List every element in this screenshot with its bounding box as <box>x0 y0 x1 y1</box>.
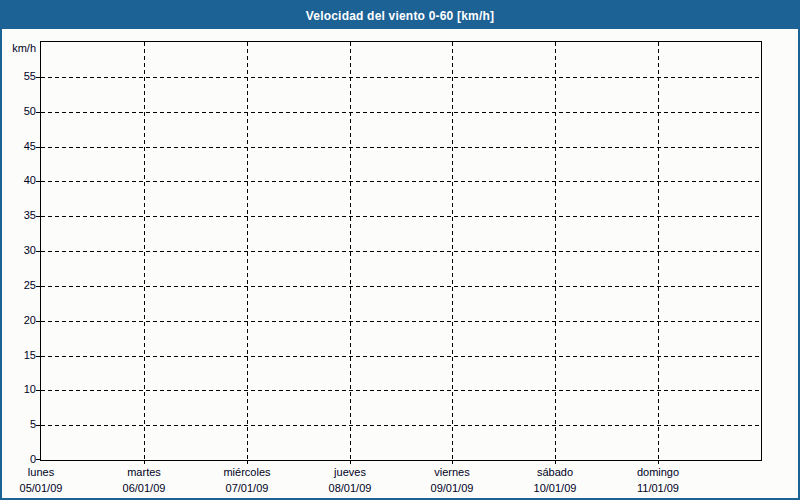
x-day-label: viernes <box>392 466 512 479</box>
y-tick-label: 20 <box>2 314 36 327</box>
y-axis-tick <box>36 286 40 287</box>
y-axis-tick <box>36 77 40 78</box>
x-day-label: miércoles <box>187 466 307 479</box>
gridline-horizontal <box>41 356 761 357</box>
x-date-label: 10/01/09 <box>495 482 615 495</box>
chart-title: Velocidad del viento 0-60 [km/h] <box>306 9 494 23</box>
y-axis-tick <box>36 216 40 217</box>
x-date-label: 11/01/09 <box>598 482 718 495</box>
x-axis-tick <box>555 460 556 464</box>
y-tick-label: 10 <box>2 383 36 396</box>
y-tick-label: 45 <box>2 140 36 153</box>
gridline-horizontal <box>41 425 761 426</box>
gridline-vertical <box>144 42 145 460</box>
y-tick-label: 25 <box>2 279 36 292</box>
gridline-vertical <box>247 42 248 460</box>
gridline-horizontal <box>41 286 761 287</box>
y-axis-tick <box>36 147 40 148</box>
gridline-horizontal <box>41 321 761 322</box>
x-date-label: 06/01/09 <box>84 482 204 495</box>
gridline-vertical <box>452 42 453 460</box>
x-axis-tick <box>144 460 145 464</box>
y-tick-label: 0 <box>2 453 36 466</box>
chart-title-bar: Velocidad del viento 0-60 [km/h] <box>2 2 798 29</box>
gridline-horizontal <box>41 251 761 252</box>
y-axis-unit-label: km/h <box>2 42 36 55</box>
gridline-horizontal <box>41 77 761 78</box>
x-day-label: martes <box>84 466 204 479</box>
y-tick-label: 35 <box>2 209 36 222</box>
y-tick-label: 50 <box>2 105 36 118</box>
y-tick-label: 5 <box>2 418 36 431</box>
y-axis-tick <box>36 425 40 426</box>
x-axis-tick <box>658 460 659 464</box>
x-axis-tick <box>350 460 351 464</box>
plot-area <box>40 41 762 461</box>
y-axis-tick <box>36 251 40 252</box>
x-date-label: 09/01/09 <box>392 482 512 495</box>
y-axis-tick <box>36 356 40 357</box>
y-axis-tick <box>36 181 40 182</box>
gridline-horizontal <box>41 181 761 182</box>
y-tick-label: 55 <box>2 70 36 83</box>
x-date-label: 07/01/09 <box>187 482 307 495</box>
x-axis-tick <box>452 460 453 464</box>
x-day-label: domingo <box>598 466 718 479</box>
x-day-label: sábado <box>495 466 615 479</box>
gridline-horizontal <box>41 147 761 148</box>
gridline-vertical <box>350 42 351 460</box>
y-tick-label: 30 <box>2 244 36 257</box>
gridline-vertical <box>658 42 659 460</box>
y-axis-tick <box>36 112 40 113</box>
gridline-horizontal <box>41 390 761 391</box>
gridline-horizontal <box>41 112 761 113</box>
chart-container: Velocidad del viento 0-60 [km/h] km/h 05… <box>0 0 800 500</box>
y-axis-tick <box>36 321 40 322</box>
y-tick-label: 40 <box>2 174 36 187</box>
y-tick-label: 15 <box>2 349 36 362</box>
y-axis-tick <box>36 390 40 391</box>
gridline-horizontal <box>41 216 761 217</box>
x-axis-tick <box>247 460 248 464</box>
y-axis-tick <box>36 459 40 460</box>
gridline-vertical <box>555 42 556 460</box>
